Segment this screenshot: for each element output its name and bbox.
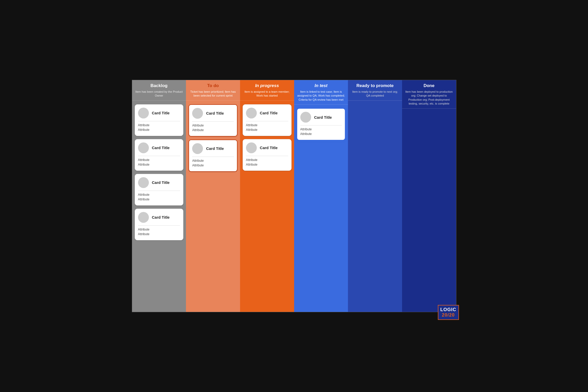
avatar xyxy=(192,143,203,154)
column-body-intest: Card TitleAttributeAttribute xyxy=(294,105,348,312)
card-header: Card Title xyxy=(138,108,180,118)
logo-box: LOGIC 20/20 xyxy=(438,305,459,320)
avatar xyxy=(246,142,257,153)
column-title-backlog: Backlog xyxy=(135,83,184,88)
column-inprogress: In progressItem is assigned to a team me… xyxy=(240,80,294,312)
card-header: Card Title xyxy=(192,143,234,154)
card-title: Card Title xyxy=(152,215,170,219)
card-divider xyxy=(192,121,234,122)
column-desc-intest: Item is linked to test case; Item is ass… xyxy=(297,90,346,102)
avatar xyxy=(192,108,203,119)
column-header-inprogress: In progressItem is assigned to a team me… xyxy=(240,80,294,101)
card-title: Card Title xyxy=(152,146,170,150)
card-attribute-2: Attribute xyxy=(138,232,180,236)
card-attribute-1: Attribute xyxy=(246,158,288,162)
card[interactable]: Card TitleAttributeAttribute xyxy=(135,174,184,206)
card-title: Card Title xyxy=(206,111,224,115)
avatar xyxy=(138,108,149,118)
card[interactable]: Card TitleAttributeAttribute xyxy=(189,140,237,172)
logo-text-logic: LOGIC xyxy=(440,307,456,312)
card[interactable]: Card TitleAttributeAttribute xyxy=(189,104,237,137)
column-title-todo: To do xyxy=(189,83,237,88)
kanban-board: BacklogItem has been created by the Prod… xyxy=(132,80,456,312)
card[interactable]: Card TitleAttributeAttribute xyxy=(243,104,292,136)
logo-area: LOGIC 20/20 xyxy=(438,305,459,320)
card-attribute-1: Attribute xyxy=(192,159,234,163)
column-header-todo: To doTicket has been prioritized; Item h… xyxy=(186,80,240,101)
card-attribute-2: Attribute xyxy=(246,163,288,166)
column-todo: To doTicket has been prioritized; Item h… xyxy=(186,80,240,312)
card-attribute-2: Attribute xyxy=(192,164,234,167)
column-body-done xyxy=(402,109,456,312)
card-attribute-2: Attribute xyxy=(138,128,180,132)
column-readytopromote: Ready to promoteItem is ready to promote… xyxy=(348,80,402,312)
card-header: Card Title xyxy=(138,212,180,223)
avatar xyxy=(138,177,149,188)
card[interactable]: Card TitleAttributeAttribute xyxy=(135,104,184,136)
card-divider xyxy=(300,125,342,125)
column-intest: In testItem is linked to test case; Item… xyxy=(294,80,348,312)
card-attribute-1: Attribute xyxy=(138,158,180,162)
column-desc-inprogress: Item is assigned to a team member; Work … xyxy=(243,90,292,98)
column-body-inprogress: Card TitleAttributeAttributeCard TitleAt… xyxy=(240,101,294,312)
column-body-todo: Card TitleAttributeAttributeCard TitleAt… xyxy=(186,101,240,312)
card-divider xyxy=(138,156,180,156)
avatar xyxy=(246,108,257,118)
column-desc-done: Item has been deployed to production org… xyxy=(405,90,454,106)
column-header-done: DoneItem has been deployed to production… xyxy=(402,80,456,109)
card-header: Card Title xyxy=(138,177,180,188)
card-divider xyxy=(138,191,180,191)
card-attribute-1: Attribute xyxy=(138,228,180,231)
card-title: Card Title xyxy=(260,146,278,150)
card-header: Card Title xyxy=(246,142,288,153)
column-title-done: Done xyxy=(405,83,454,88)
card-divider xyxy=(138,121,180,121)
card-attribute-2: Attribute xyxy=(138,163,180,166)
logo-text-2020: 20/20 xyxy=(442,312,455,318)
avatar xyxy=(138,142,149,153)
card-header: Card Title xyxy=(138,142,180,153)
card-attribute-2: Attribute xyxy=(246,128,288,132)
column-title-inprogress: In progress xyxy=(243,83,292,88)
column-title-intest: In test xyxy=(297,83,346,88)
column-desc-todo: Ticket has been prioritized; Item has be… xyxy=(189,90,237,98)
board-wrapper: BacklogItem has been created by the Prod… xyxy=(127,75,462,317)
avatar xyxy=(300,112,311,123)
card-title: Card Title xyxy=(152,111,170,115)
card-title: Card Title xyxy=(260,111,278,115)
card-header: Card Title xyxy=(246,108,288,118)
card[interactable]: Card TitleAttributeAttribute xyxy=(243,139,292,171)
card-title: Card Title xyxy=(314,115,332,120)
card-attribute-1: Attribute xyxy=(138,123,180,127)
avatar xyxy=(138,212,149,223)
card[interactable]: Card TitleAttributeAttribute xyxy=(135,209,184,240)
card[interactable]: Card TitleAttributeAttribute xyxy=(297,108,346,140)
column-title-readytopromote: Ready to promote xyxy=(351,83,399,88)
column-header-readytopromote: Ready to promoteItem is ready to promote… xyxy=(348,80,402,101)
card-title: Card Title xyxy=(206,146,224,151)
card-divider xyxy=(192,157,234,157)
card[interactable]: Card TitleAttributeAttribute xyxy=(135,139,184,171)
card-attribute-1: Attribute xyxy=(246,123,288,127)
card-attribute-2: Attribute xyxy=(300,132,342,136)
card-divider xyxy=(246,121,288,121)
column-body-readytopromote xyxy=(348,101,402,312)
card-attribute-1: Attribute xyxy=(300,127,342,131)
column-backlog: BacklogItem has been created by the Prod… xyxy=(132,80,186,312)
card-attribute-2: Attribute xyxy=(192,128,234,132)
column-done: DoneItem has been deployed to production… xyxy=(402,80,456,312)
card-attribute-1: Attribute xyxy=(192,124,234,127)
card-header: Card Title xyxy=(300,112,342,123)
column-header-intest: In testItem is linked to test case; Item… xyxy=(294,80,348,105)
card-title: Card Title xyxy=(152,180,170,185)
card-divider xyxy=(246,156,288,156)
column-desc-backlog: Item has been created by the Product Own… xyxy=(135,90,184,98)
column-header-backlog: BacklogItem has been created by the Prod… xyxy=(132,80,186,101)
column-desc-readytopromote: Item is ready to promote to next org; QA… xyxy=(351,90,399,98)
card-attribute-2: Attribute xyxy=(138,198,180,201)
card-attribute-1: Attribute xyxy=(138,193,180,197)
card-header: Card Title xyxy=(192,108,234,119)
column-body-backlog: Card TitleAttributeAttributeCard TitleAt… xyxy=(132,101,186,312)
card-divider xyxy=(138,225,180,226)
